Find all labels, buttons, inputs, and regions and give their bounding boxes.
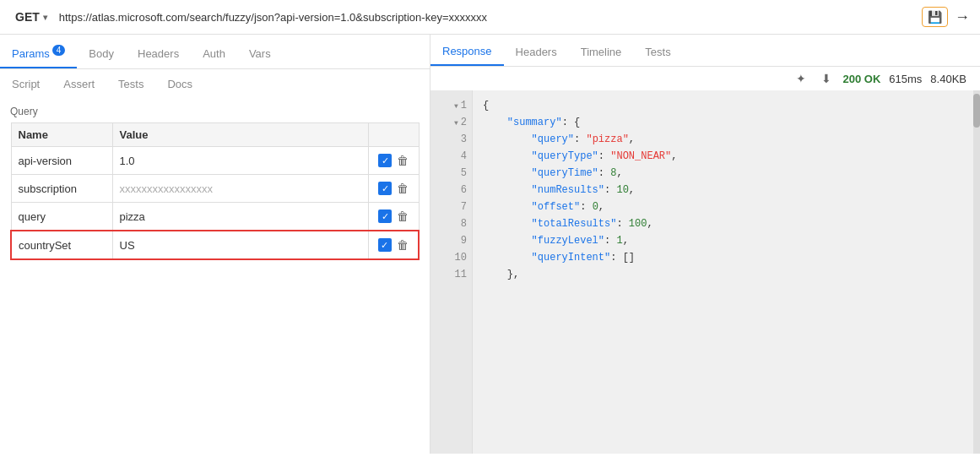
left-panel: Params4 Body Headers Auth Vars Script As… [0,35,430,454]
code-line: "queryTime": 8, [483,165,970,182]
code-line: "totalResults": 100, [483,215,970,232]
param-actions: ✓ 🗑 [368,175,419,203]
param-name: subscription [11,175,112,203]
line-number: 7 [430,199,472,215]
line-number: 8 [430,215,472,232]
param-name: query [11,203,112,231]
collapse-arrow-icon[interactable]: ▼ [454,119,458,127]
param-name: api-version [11,147,112,175]
line-number: 5 [430,165,472,182]
table-row: api-version 1.0 ✓ 🗑 [11,147,419,175]
tab-vars[interactable]: Vars [237,42,283,67]
col-header-name: Name [11,123,112,147]
line-number: ▼1 [430,97,472,114]
table-row: countrySet US ✓ 🗑 [11,231,419,259]
query-label: Query [10,106,420,117]
table-row: subscription xxxxxxxxxxxxxxxxx ✓ 🗑 [11,175,419,203]
magic-wand-icon[interactable]: ✦ [793,70,809,87]
tab-body[interactable]: Body [77,42,126,67]
line-number: 11 [430,266,472,283]
col-header-action [368,123,419,147]
tab-timeline[interactable]: Timeline [569,41,634,65]
param-checkbox[interactable]: ✓ [378,154,392,167]
param-actions: ✓ 🗑 [368,147,419,175]
method-chevron-icon: ▾ [43,13,47,22]
method-label: GET [15,10,40,24]
code-line: }, [483,266,970,283]
tab-tests-response[interactable]: Tests [633,41,682,65]
param-value[interactable]: 1.0 [112,147,368,175]
tab-headers[interactable]: Headers [126,42,191,67]
table-row: query pizza ✓ 🗑 [11,203,419,231]
code-line: "queryType": "NON_NEAR", [483,148,970,165]
code-line: { [483,97,970,114]
col-header-value: Value [112,123,368,147]
param-checkbox[interactable]: ✓ [378,238,392,252]
tab-headers-response[interactable]: Headers [504,41,569,65]
code-line: "numResults": 10, [483,182,970,199]
param-delete-icon[interactable]: 🗑 [397,154,409,167]
status-badge: 200 OK [843,73,881,85]
line-number: 9 [430,232,472,249]
code-viewer: ▼1 ▼2 3 4 5 6 7 8 9 10 11 { "summary": {… [430,90,980,454]
code-content: { "summary": { "query": "pizza", "queryT… [473,90,980,454]
line-number: 4 [430,148,472,165]
param-value[interactable]: pizza [112,203,368,231]
save-button[interactable]: 💾 [922,7,948,27]
param-checkbox[interactable]: ✓ [378,182,392,195]
main-layout: Params4 Body Headers Auth Vars Script As… [0,35,980,454]
url-bar-actions: 💾 → [922,7,970,27]
right-tabs-row: Response Headers Timeline Tests [430,35,980,67]
param-delete-icon[interactable]: 🗑 [397,182,409,195]
line-number: 3 [430,131,472,148]
param-delete-icon[interactable]: 🗑 [397,209,409,223]
code-line: "query": "pizza", [483,131,970,148]
param-actions: ✓ 🗑 [368,203,419,231]
tab-assert[interactable]: Assert [51,74,106,94]
param-delete-icon[interactable]: 🗑 [397,238,409,252]
right-panel: Response Headers Timeline Tests ✦ ⬇ 200 … [430,35,980,454]
collapse-arrow-icon[interactable]: ▼ [454,102,458,110]
query-section: Query Name Value api-version 1.0 [0,99,430,454]
params-table: Name Value api-version 1.0 ✓ 🗑 [10,122,420,260]
code-line: "queryIntent": [] [483,249,970,266]
scrollbar-track[interactable] [973,90,980,454]
response-time: 615ms [889,73,922,85]
tab-params[interactable]: Params4 [0,40,77,68]
tab-script[interactable]: Script [0,74,51,94]
code-line: "fuzzyLevel": 1, [483,232,970,249]
param-value[interactable]: xxxxxxxxxxxxxxxxx [112,175,368,203]
line-number: ▼2 [430,114,472,131]
url-bar: GET ▾ 💾 → [0,0,980,35]
left-tabs-row2: Script Assert Tests Docs [0,69,430,99]
param-actions: ✓ 🗑 [368,231,419,259]
line-number: 6 [430,182,472,199]
method-selector[interactable]: GET ▾ [10,7,52,27]
code-line: "summary": { [483,114,970,131]
send-button[interactable]: → [955,8,970,26]
tab-auth[interactable]: Auth [191,42,237,67]
code-line: "offset": 0, [483,199,970,215]
response-status-row: ✦ ⬇ 200 OK 615ms 8.40KB [430,67,980,90]
scrollbar-thumb[interactable] [973,94,980,128]
url-input[interactable] [59,11,915,24]
response-size: 8.40KB [930,73,966,85]
download-icon[interactable]: ⬇ [818,70,835,87]
tab-response[interactable]: Response [430,40,504,66]
line-number: 10 [430,249,472,266]
tab-docs[interactable]: Docs [155,74,204,94]
param-value[interactable]: US [112,231,368,259]
left-tabs-row1: Params4 Body Headers Auth Vars [0,35,430,69]
param-checkbox[interactable]: ✓ [378,209,392,223]
line-numbers: ▼1 ▼2 3 4 5 6 7 8 9 10 11 [430,90,473,454]
param-name: countrySet [11,231,112,259]
tab-tests[interactable]: Tests [106,74,155,94]
